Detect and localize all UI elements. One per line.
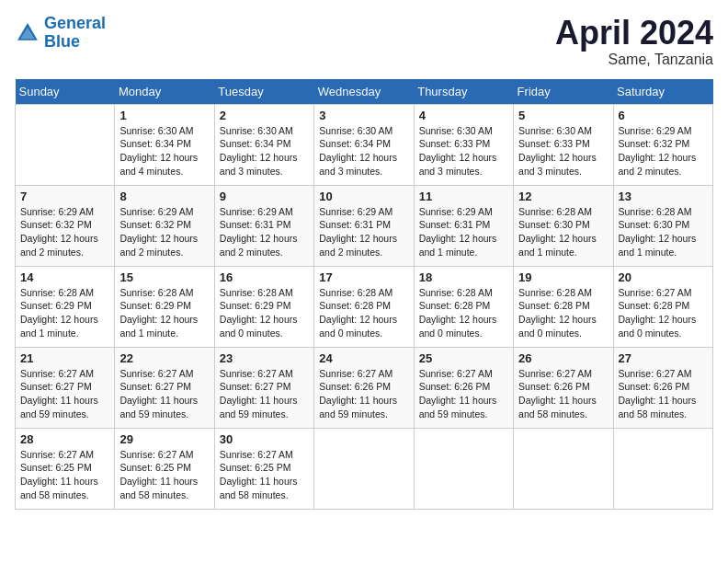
- calendar-week-row: 1Sunrise: 6:30 AMSunset: 6:34 PMDaylight…: [16, 104, 713, 185]
- day-info: Sunrise: 6:27 AMSunset: 6:25 PMDaylight:…: [119, 448, 209, 502]
- day-number: 9: [220, 190, 309, 203]
- calendar-cell: 19Sunrise: 6:28 AMSunset: 6:28 PMDayligh…: [514, 266, 613, 347]
- day-number: 2: [220, 109, 309, 122]
- day-info: Sunrise: 6:30 AMSunset: 6:33 PMDaylight:…: [419, 124, 508, 178]
- day-info: Sunrise: 6:27 AMSunset: 6:28 PMDaylight:…: [619, 286, 708, 340]
- day-info: Sunrise: 6:30 AMSunset: 6:34 PMDaylight:…: [119, 124, 209, 178]
- calendar-cell: 1Sunrise: 6:30 AMSunset: 6:34 PMDaylight…: [115, 104, 214, 185]
- day-info: Sunrise: 6:28 AMSunset: 6:30 PMDaylight:…: [619, 205, 708, 259]
- day-number: 15: [119, 270, 209, 284]
- day-number: 17: [319, 270, 408, 284]
- day-number: 4: [419, 109, 508, 122]
- day-info: Sunrise: 6:28 AMSunset: 6:30 PMDaylight:…: [518, 205, 608, 259]
- calendar-header-row: SundayMondayTuesdayWednesdayThursdayFrid…: [16, 79, 713, 105]
- day-number: 11: [419, 190, 508, 203]
- day-info: Sunrise: 6:29 AMSunset: 6:31 PMDaylight:…: [220, 205, 309, 259]
- calendar-cell: 15Sunrise: 6:28 AMSunset: 6:29 PMDayligh…: [115, 266, 214, 347]
- day-of-week-header: Friday: [514, 79, 613, 105]
- calendar-cell: 6Sunrise: 6:29 AMSunset: 6:32 PMDaylight…: [613, 104, 712, 185]
- calendar-cell: 7Sunrise: 6:29 AMSunset: 6:32 PMDaylight…: [16, 185, 115, 266]
- day-number: 26: [518, 351, 608, 365]
- calendar-cell: 28Sunrise: 6:27 AMSunset: 6:25 PMDayligh…: [16, 428, 115, 509]
- day-info: Sunrise: 6:29 AMSunset: 6:32 PMDaylight:…: [20, 205, 109, 259]
- day-info: Sunrise: 6:29 AMSunset: 6:31 PMDaylight:…: [419, 205, 508, 259]
- calendar-cell: 29Sunrise: 6:27 AMSunset: 6:25 PMDayligh…: [115, 428, 214, 509]
- day-number: 29: [119, 432, 209, 446]
- day-number: 13: [619, 190, 708, 203]
- day-info: Sunrise: 6:28 AMSunset: 6:28 PMDaylight:…: [319, 286, 408, 340]
- logo-icon: [15, 20, 40, 46]
- day-number: 1: [119, 109, 209, 122]
- day-info: Sunrise: 6:29 AMSunset: 6:32 PMDaylight:…: [119, 205, 209, 259]
- calendar-cell: 3Sunrise: 6:30 AMSunset: 6:34 PMDaylight…: [314, 104, 414, 185]
- calendar-cell: [314, 428, 414, 509]
- calendar-cell: 26Sunrise: 6:27 AMSunset: 6:26 PMDayligh…: [514, 347, 613, 428]
- calendar-cell: 2Sunrise: 6:30 AMSunset: 6:34 PMDaylight…: [214, 104, 313, 185]
- calendar-cell: 23Sunrise: 6:27 AMSunset: 6:27 PMDayligh…: [214, 347, 313, 428]
- location-title: Same, Tanzania: [555, 52, 713, 68]
- day-number: 23: [220, 351, 309, 365]
- calendar-cell: 20Sunrise: 6:27 AMSunset: 6:28 PMDayligh…: [613, 266, 712, 347]
- calendar-week-row: 7Sunrise: 6:29 AMSunset: 6:32 PMDaylight…: [16, 185, 713, 266]
- calendar-cell: 18Sunrise: 6:28 AMSunset: 6:28 PMDayligh…: [414, 266, 513, 347]
- calendar-cell: [16, 104, 115, 185]
- day-number: 20: [619, 270, 708, 284]
- day-number: 14: [20, 270, 109, 284]
- day-info: Sunrise: 6:30 AMSunset: 6:34 PMDaylight:…: [220, 124, 309, 178]
- title-area: April 2024 Same, Tanzania: [555, 15, 713, 68]
- calendar-cell: 30Sunrise: 6:27 AMSunset: 6:25 PMDayligh…: [214, 428, 313, 509]
- day-number: 10: [319, 190, 408, 203]
- month-title: April 2024: [555, 15, 713, 52]
- day-info: Sunrise: 6:27 AMSunset: 6:27 PMDaylight:…: [220, 367, 309, 421]
- day-number: 27: [619, 351, 708, 365]
- day-info: Sunrise: 6:27 AMSunset: 6:27 PMDaylight:…: [20, 367, 109, 421]
- day-info: Sunrise: 6:28 AMSunset: 6:28 PMDaylight:…: [419, 286, 508, 340]
- day-number: 8: [119, 190, 209, 203]
- calendar-cell: 12Sunrise: 6:28 AMSunset: 6:30 PMDayligh…: [514, 185, 613, 266]
- logo: General Blue: [15, 15, 106, 52]
- calendar-cell: 14Sunrise: 6:28 AMSunset: 6:29 PMDayligh…: [16, 266, 115, 347]
- day-of-week-header: Wednesday: [314, 79, 414, 105]
- calendar-cell: 10Sunrise: 6:29 AMSunset: 6:31 PMDayligh…: [314, 185, 414, 266]
- calendar-cell: [613, 428, 712, 509]
- calendar-cell: 4Sunrise: 6:30 AMSunset: 6:33 PMDaylight…: [414, 104, 513, 185]
- day-info: Sunrise: 6:30 AMSunset: 6:33 PMDaylight:…: [518, 124, 608, 178]
- day-info: Sunrise: 6:27 AMSunset: 6:27 PMDaylight:…: [119, 367, 209, 421]
- calendar-cell: 11Sunrise: 6:29 AMSunset: 6:31 PMDayligh…: [414, 185, 513, 266]
- calendar-week-row: 14Sunrise: 6:28 AMSunset: 6:29 PMDayligh…: [16, 266, 713, 347]
- calendar-cell: 25Sunrise: 6:27 AMSunset: 6:26 PMDayligh…: [414, 347, 513, 428]
- day-info: Sunrise: 6:27 AMSunset: 6:25 PMDaylight:…: [20, 448, 109, 502]
- calendar-table: SundayMondayTuesdayWednesdayThursdayFrid…: [15, 79, 713, 510]
- day-of-week-header: Sunday: [16, 79, 115, 105]
- day-number: 18: [419, 270, 508, 284]
- day-info: Sunrise: 6:28 AMSunset: 6:29 PMDaylight:…: [220, 286, 309, 340]
- calendar-week-row: 28Sunrise: 6:27 AMSunset: 6:25 PMDayligh…: [16, 428, 713, 509]
- day-info: Sunrise: 6:29 AMSunset: 6:31 PMDaylight:…: [319, 205, 408, 259]
- calendar-cell: [414, 428, 513, 509]
- calendar-cell: 17Sunrise: 6:28 AMSunset: 6:28 PMDayligh…: [314, 266, 414, 347]
- day-number: 3: [319, 109, 408, 122]
- day-number: 21: [20, 351, 109, 365]
- day-info: Sunrise: 6:27 AMSunset: 6:25 PMDaylight:…: [220, 448, 309, 502]
- day-info: Sunrise: 6:30 AMSunset: 6:34 PMDaylight:…: [319, 124, 408, 178]
- day-number: 7: [20, 190, 109, 203]
- calendar-cell: 27Sunrise: 6:27 AMSunset: 6:26 PMDayligh…: [613, 347, 712, 428]
- calendar-cell: [514, 428, 613, 509]
- calendar-week-row: 21Sunrise: 6:27 AMSunset: 6:27 PMDayligh…: [16, 347, 713, 428]
- day-info: Sunrise: 6:27 AMSunset: 6:26 PMDaylight:…: [419, 367, 508, 421]
- day-number: 25: [419, 351, 508, 365]
- calendar-cell: 9Sunrise: 6:29 AMSunset: 6:31 PMDaylight…: [214, 185, 313, 266]
- day-number: 24: [319, 351, 408, 365]
- day-info: Sunrise: 6:28 AMSunset: 6:28 PMDaylight:…: [518, 286, 608, 340]
- page-header: General Blue April 2024 Same, Tanzania: [15, 15, 713, 68]
- day-number: 28: [20, 432, 109, 446]
- day-info: Sunrise: 6:28 AMSunset: 6:29 PMDaylight:…: [119, 286, 209, 340]
- calendar-cell: 22Sunrise: 6:27 AMSunset: 6:27 PMDayligh…: [115, 347, 214, 428]
- day-number: 5: [518, 109, 608, 122]
- day-of-week-header: Thursday: [414, 79, 513, 105]
- day-info: Sunrise: 6:27 AMSunset: 6:26 PMDaylight:…: [319, 367, 408, 421]
- day-number: 6: [619, 109, 708, 122]
- calendar-cell: 13Sunrise: 6:28 AMSunset: 6:30 PMDayligh…: [613, 185, 712, 266]
- day-of-week-header: Tuesday: [214, 79, 313, 105]
- day-info: Sunrise: 6:28 AMSunset: 6:29 PMDaylight:…: [20, 286, 109, 340]
